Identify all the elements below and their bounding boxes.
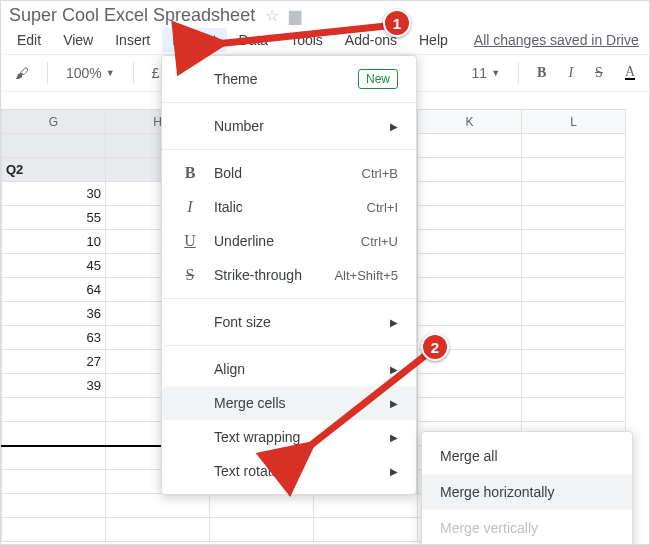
menu-label: Font size [214, 314, 376, 330]
cell[interactable]: 39 [2, 374, 106, 398]
menu-label: Number [214, 118, 376, 134]
shortcut: Ctrl+I [367, 200, 398, 215]
autosave-status[interactable]: All changes saved in Drive [474, 32, 639, 48]
chevron-right-icon: ▶ [390, 466, 398, 477]
menu-underline[interactable]: U Underline Ctrl+U [162, 224, 416, 258]
cell[interactable]: 55 [2, 206, 106, 230]
chevron-down-icon: ▼ [491, 68, 500, 78]
cell[interactable]: 63 [2, 326, 106, 350]
menu-insert[interactable]: Insert [105, 28, 160, 52]
new-badge: New [358, 69, 398, 89]
strikethrough-button[interactable]: S [587, 61, 611, 85]
menu-label: Bold [214, 165, 348, 181]
menu-label: Italic [214, 199, 353, 215]
svg-line-0 [216, 26, 386, 44]
zoom-value: 100% [66, 65, 102, 81]
italic-icon: I [180, 198, 200, 216]
menu-label: Text rotation [214, 463, 376, 479]
text-color-button[interactable]: A [617, 62, 643, 84]
annotation-badge-2: 2 [421, 333, 449, 361]
menu-edit[interactable]: Edit [7, 28, 51, 52]
shortcut: Ctrl+B [362, 166, 398, 181]
cell[interactable]: 30 [2, 182, 106, 206]
merge-vertically: Merge vertically [422, 510, 632, 545]
cell[interactable]: 45 [2, 254, 106, 278]
menu-label: Underline [214, 233, 347, 249]
fontsize-dropdown[interactable]: 11 ▼ [464, 61, 509, 85]
svg-line-1 [306, 351, 431, 449]
annotation-arrow-1 [201, 16, 401, 56]
menu-label: Theme [214, 71, 344, 87]
menu-strikethrough[interactable]: S Strike-through Alt+Shift+5 [162, 258, 416, 292]
merge-submenu: Merge all Merge horizontally Merge verti… [421, 431, 633, 545]
chevron-right-icon: ▶ [390, 121, 398, 132]
fontsize-value: 11 [472, 65, 488, 81]
chevron-right-icon: ▶ [390, 317, 398, 328]
menu-bold[interactable]: B Bold Ctrl+B [162, 156, 416, 190]
italic-button[interactable]: I [560, 61, 581, 85]
col-header[interactable]: G [2, 110, 106, 134]
shortcut: Alt+Shift+5 [334, 268, 398, 283]
annotation-badge-1: 1 [383, 9, 411, 37]
bold-button[interactable]: B [529, 61, 554, 85]
chevron-down-icon: ▼ [106, 68, 115, 78]
a-icon: A [625, 66, 635, 80]
cell[interactable]: 27 [2, 350, 106, 374]
cell[interactable]: 64 [2, 278, 106, 302]
col-header[interactable]: L [522, 110, 626, 134]
paint-format-icon[interactable]: 🖌 [7, 61, 37, 85]
zoom-dropdown[interactable]: 100% ▼ [58, 61, 123, 85]
menu-theme[interactable]: Theme New [162, 62, 416, 96]
menu-fontsize[interactable]: Font size ▶ [162, 305, 416, 339]
menu-number[interactable]: Number ▶ [162, 109, 416, 143]
merge-horizontally[interactable]: Merge horizontally [422, 474, 632, 510]
cell[interactable]: 10 [2, 230, 106, 254]
menu-italic[interactable]: I Italic Ctrl+I [162, 190, 416, 224]
col-header[interactable]: K [418, 110, 522, 134]
merge-all[interactable]: Merge all [422, 438, 632, 474]
menu-help[interactable]: Help [409, 28, 458, 52]
shortcut: Ctrl+U [361, 234, 398, 249]
cell[interactable]: Q2 [2, 158, 106, 182]
bold-icon: B [180, 164, 200, 182]
underline-icon: U [180, 232, 200, 250]
cell[interactable]: 36 [2, 302, 106, 326]
menu-view[interactable]: View [53, 28, 103, 52]
strikethrough-icon: S [180, 266, 200, 284]
menu-label: Strike-through [214, 267, 320, 283]
